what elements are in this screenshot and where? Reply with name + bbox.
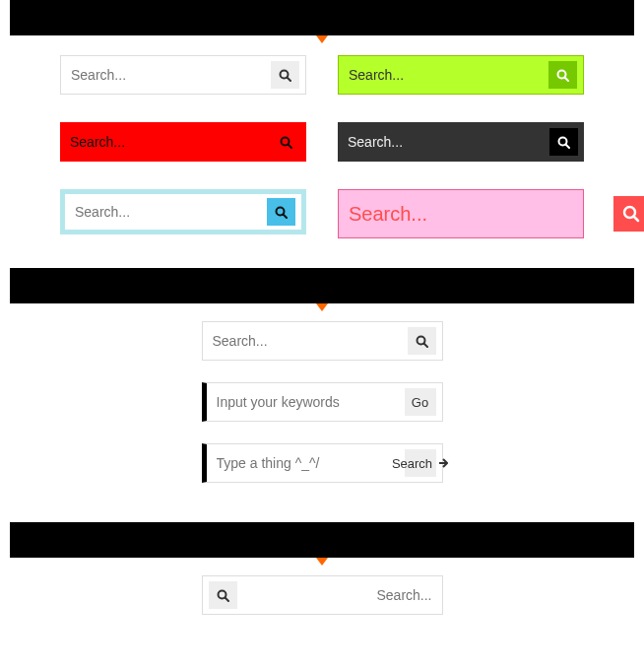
search-input[interactable]: [207, 444, 399, 482]
search-box-default: [60, 55, 306, 95]
arrow-right-icon: [438, 458, 448, 468]
search-button[interactable]: [549, 128, 578, 156]
search-input[interactable]: [60, 122, 266, 162]
search-box-simple: [202, 321, 443, 361]
search-box-green: [338, 55, 584, 95]
search-icon: [279, 69, 291, 82]
search-text-button[interactable]: Search: [405, 449, 436, 477]
search-icon: [275, 206, 288, 219]
search-input[interactable]: [339, 190, 608, 237]
search-input[interactable]: [243, 576, 442, 614]
search-button[interactable]: [613, 196, 644, 232]
search-input[interactable]: [65, 194, 261, 230]
search-icon: [557, 136, 570, 149]
search-input[interactable]: [339, 56, 543, 94]
search-icon: [622, 205, 640, 223]
search-button[interactable]: [267, 198, 295, 226]
svg-line-4: [634, 217, 639, 222]
search-button[interactable]: [271, 61, 299, 89]
search-input[interactable]: [338, 122, 544, 162]
button-label: Search: [392, 456, 432, 471]
search-button[interactable]: [548, 61, 577, 89]
go-button[interactable]: Go: [405, 388, 436, 416]
search-button[interactable]: [209, 581, 237, 609]
section-header-1: [10, 0, 634, 35]
search-button[interactable]: [272, 128, 300, 156]
search-input[interactable]: [203, 322, 402, 360]
search-box-search-arrow: Search: [202, 443, 443, 483]
search-icon: [217, 589, 229, 602]
search-box-dark: [338, 122, 584, 162]
section-header-3: [10, 522, 634, 558]
search-reversed: [0, 558, 644, 654]
search-variants-grid: [0, 35, 644, 268]
search-input[interactable]: [207, 383, 399, 421]
search-box-cyan-border: [60, 189, 306, 234]
search-icon: [280, 136, 292, 149]
search-icon: [556, 69, 569, 82]
search-text-variants: Go Search: [0, 303, 644, 522]
search-box-icon-left: [202, 575, 443, 615]
search-icon: [416, 335, 428, 348]
search-box-pink: [338, 189, 584, 238]
section-header-2: [10, 268, 634, 303]
search-input[interactable]: [61, 56, 265, 94]
search-box-red: [60, 122, 306, 162]
search-box-go: Go: [202, 382, 443, 422]
search-button[interactable]: [408, 327, 436, 355]
